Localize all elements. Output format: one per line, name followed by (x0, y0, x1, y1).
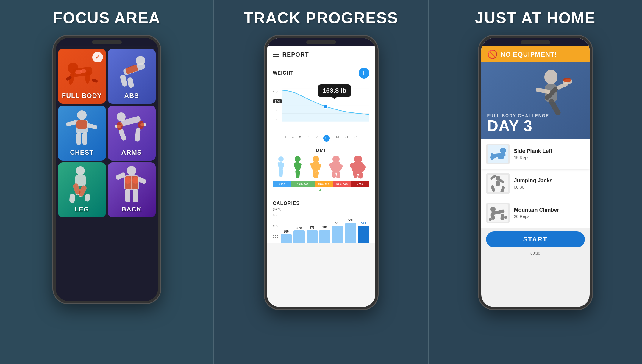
full-body-label: FULL BODY (62, 92, 102, 100)
bmi-section: BMI (273, 144, 369, 196)
svg-rect-40 (125, 189, 130, 202)
leg-label: LEG (75, 205, 89, 213)
hamburger-icon[interactable] (273, 53, 279, 57)
cal-bar-fill-510b (358, 226, 369, 243)
bmi-range-5: > 35.0 (357, 183, 363, 186)
cal-val-376: 376 (310, 226, 315, 229)
chest-figure (64, 109, 100, 147)
x-label-12: 12 (314, 135, 318, 142)
svg-point-88 (563, 78, 571, 82)
cal-val-380: 380 (322, 226, 327, 229)
svg-rect-19 (76, 120, 87, 129)
cal-bar-380: 380 (319, 226, 330, 243)
svg-rect-33 (84, 194, 91, 202)
x-label-24: 24 (354, 135, 357, 142)
cal-bar-370: 370 (293, 226, 304, 243)
bmi-range-3: 25.0 - 29.9 (318, 183, 329, 186)
cal-bar-fill-376 (307, 230, 318, 243)
leg-figure (64, 165, 100, 204)
hamburger-line-2 (273, 54, 279, 55)
bmi-range-2: 18.5 - 24.9 (297, 183, 308, 186)
svg-point-103 (490, 207, 496, 212)
weight-label: WEIGHT (273, 70, 294, 76)
exercise-item-jumping-jacks[interactable]: Jumping Jacks 00:30 (481, 169, 590, 198)
cal-bar-fill-590 (345, 223, 356, 243)
svg-point-81 (544, 70, 557, 84)
svg-point-13 (77, 110, 87, 120)
challenge-day: DAY 3 (487, 118, 584, 134)
bmi-seg-underweight: < 18.5 (273, 181, 291, 187)
focus-area-section: FOCUS AREA ✓ FU (0, 0, 213, 364)
challenge-text: FULL BODY CHALLENGE DAY 3 (487, 113, 584, 134)
exercise-thumb-side-plank (486, 144, 510, 164)
bmi-seg-obese: 30.0 - 34.9 (333, 181, 351, 187)
focus-card-chest[interactable]: CHEST (58, 106, 106, 161)
start-label: START (523, 236, 548, 243)
notch-bar-3 (521, 40, 550, 44)
phone-notch-3 (481, 38, 590, 46)
svg-rect-23 (135, 128, 141, 142)
cal-bar-510b: 510 (358, 222, 369, 243)
bmi-figure-normal (292, 156, 304, 179)
exercise-item-mountain-climber[interactable]: Mountain Climber 20 Reps (481, 198, 590, 228)
abs-label: ABS (124, 92, 139, 100)
exercise-info-side-plank: Side Plank Left 15 Reps (514, 148, 585, 160)
calories-label: CALORIES (273, 201, 369, 206)
x-label-15-active: 15 (323, 135, 330, 142)
svg-rect-31 (69, 194, 75, 203)
cal-val-370: 370 (297, 226, 302, 230)
focus-card-arms[interactable]: ARMS (108, 106, 156, 161)
no-equipment-banner: 🚫 NO EQUIPMENT! (481, 46, 590, 62)
svg-rect-5 (91, 79, 98, 83)
back-figure (114, 165, 149, 204)
x-label-18: 18 (335, 135, 339, 142)
bmi-indicator: ▲ (318, 187, 369, 192)
hamburger-line-3 (273, 56, 279, 57)
y-label-160: 160 (273, 108, 278, 112)
cal-val-260: 260 (284, 230, 289, 233)
weight-add-button[interactable]: + (359, 68, 369, 79)
notch-bar-2 (306, 40, 336, 44)
focus-area-phone: ✓ FULL BODY (53, 36, 160, 303)
cal-bar-376: 376 (307, 226, 318, 243)
svg-point-90 (500, 148, 506, 153)
notch-bar (92, 40, 122, 44)
focus-card-abs[interactable]: ABS (108, 49, 156, 104)
bmi-range-4: 30.0 - 34.9 (336, 183, 348, 186)
cal-y-350: 350 (273, 235, 278, 238)
svg-point-28 (76, 166, 85, 175)
exercise-thumb-jumping-jacks (486, 173, 510, 194)
focus-card-full-body[interactable]: ✓ FULL BODY (58, 49, 106, 104)
bmi-figure-very-obese (349, 156, 367, 179)
svg-point-50 (324, 105, 327, 109)
svg-rect-11 (127, 77, 134, 88)
focus-card-back[interactable]: BACK (108, 162, 156, 217)
abs-figure (114, 52, 149, 90)
svg-rect-10 (120, 74, 128, 87)
side-plank-thumbnail (488, 145, 508, 163)
bmi-bar: < 18.5 18.5 - 24.9 25.0 - 29.9 30.0 - 34… (273, 181, 369, 187)
jumping-jacks-thumbnail (488, 175, 508, 192)
svg-point-45 (132, 177, 138, 184)
start-time: 00:30 (481, 251, 590, 258)
svg-rect-41 (133, 189, 138, 202)
svg-point-27 (138, 121, 144, 129)
full-body-figure (64, 52, 100, 90)
focus-area-title: FOCUS AREA (53, 9, 161, 27)
report-header: REPORT (267, 46, 375, 63)
cal-val-510b: 510 (361, 222, 366, 225)
svg-point-36 (127, 166, 136, 175)
bmi-seg-overweight: 25.0 - 29.9 (315, 181, 333, 187)
svg-rect-15 (65, 120, 77, 127)
calories-chart: 260 370 376 380 (281, 213, 369, 243)
focus-card-leg[interactable]: LEG (58, 162, 106, 217)
svg-point-51 (278, 156, 284, 162)
chest-label: CHEST (70, 149, 94, 156)
start-button[interactable]: START (486, 231, 585, 247)
exercise-thumb-mountain-climber (486, 203, 510, 223)
mountain-climber-thumbnail (488, 204, 508, 222)
svg-rect-107 (489, 218, 492, 221)
calories-chart-wrapper: 650 500 350 260 370 (273, 213, 369, 243)
exercise-item-side-plank[interactable]: Side Plank Left 15 Reps (481, 139, 590, 169)
arms-label: ARMS (121, 149, 142, 156)
